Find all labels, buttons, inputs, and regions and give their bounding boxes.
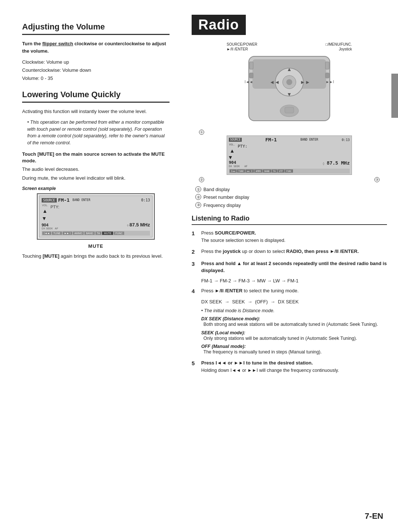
screen-tilde: ◊ — [127, 224, 129, 227]
svg-text:▼: ▼ — [287, 91, 292, 97]
step-2: 2 Press the joystick up or down to selec… — [192, 248, 387, 256]
screen-band-name: FM-1 — [58, 197, 70, 203]
diagram-top-labels: SOURCE/POWER □/MENU/FUNC. — [227, 42, 352, 46]
screen-station-num: 904 — [42, 223, 48, 227]
circle-marker-1: ① — [199, 130, 204, 135]
page-number: 7-EN — [365, 511, 383, 521]
blink-note: During mute, the volume level indicator … — [22, 175, 170, 182]
off-manual-mode: OFF (Manual mode): The frequency is manu… — [201, 344, 387, 356]
svg-rect-14 — [325, 62, 329, 69]
radio-btn-rew: I◄◄ — [230, 169, 237, 173]
screen-clock: 0:13 — [141, 198, 150, 202]
right-column: Radio SOURCE/POWER □/MENU/FUNC. ►/II /EN… — [181, 0, 398, 532]
radio-btn-utf: UTF — [277, 169, 284, 173]
screen-vol-column: VOL. ▲ — [42, 204, 48, 214]
volume-list-item-1: Clockwise: Volume up — [22, 58, 170, 66]
screen-lower-row: ▼ — [42, 215, 150, 221]
screen-btn-ta: TA — [95, 232, 101, 235]
step-4-num: 4 — [192, 287, 198, 296]
screen-source-label: SOURCE — [42, 198, 57, 202]
dx-seek-title: DX SEEK (Distance mode): — [201, 316, 387, 321]
screen-btn-fwd: ►► I — [63, 232, 72, 235]
screen-seek-af: DX SEEK AF — [42, 227, 58, 230]
radio-btn-ta: TA — [272, 169, 277, 173]
radio-screen-top-row: SOURCE FM-1 BAND ENTER 0:13 — [229, 137, 350, 142]
step-5: 5 Press I◄◄ or ►►I to tune in the desire… — [192, 359, 387, 374]
screen-station-left: 904 DX SEEK AF — [42, 223, 58, 230]
radio-freq-right: ◊ 87.5 MHz — [323, 160, 350, 168]
volume-list-item-3: Volume: 0 - 35 — [22, 74, 170, 82]
radio-btn-tune: TUNE — [237, 169, 245, 173]
step-1-sub: The source selection screen is displayed… — [201, 237, 387, 244]
step-4-content: Press ►/II /ENTER to select the tuning m… — [201, 287, 387, 296]
radio-tilde: ◊ — [323, 162, 325, 165]
radio-pty: PTY: — [238, 144, 248, 149]
radio-down-arrow-row: ▼ — [229, 154, 350, 160]
screen-arrow-down: ▼ — [42, 215, 47, 221]
radio-pty-area: PTY: — [238, 143, 350, 154]
screen-btn-rew: I◄◄ — [42, 232, 51, 235]
screen-mid-row: VOL. ▲ PTY: — [42, 204, 150, 214]
step-1-content: Press SOURCE/POWER. The source selection… — [201, 229, 387, 244]
screen-btn-tune: TUNE — [52, 232, 62, 235]
step-5-main: Press I◄◄ or ►►I to tune in the desired … — [201, 360, 313, 366]
adjusting-volume-section: Adjusting the Volume Turn the flipper sw… — [22, 22, 170, 82]
adjusting-volume-title: Adjusting the Volume — [22, 22, 170, 35]
arrow-seq-1: FM-1 → FM-2 → FM-3 → MW → LW → FM-1 — [201, 278, 387, 283]
svg-rect-13 — [249, 62, 253, 69]
radio-seek-af: DX SEEK AF — [229, 165, 248, 168]
svg-rect-16 — [325, 73, 329, 78]
after-mute-text: Touching [MUTE] again brings the audio b… — [22, 253, 170, 260]
circle-1: ① — [195, 186, 201, 192]
arrow-seq-2: DX SEEK → SEEK → (OFF) → DX SEEK — [201, 299, 387, 304]
radio-vol-label: VOL. — [229, 143, 235, 146]
listen-steps: 1 Press SOURCE/POWER. The source selecti… — [192, 229, 387, 374]
screen-arrow-up: ▲ — [42, 208, 48, 214]
radio-clock: 0:13 — [342, 138, 350, 142]
radio-freq-value: 87.5 MHz — [327, 160, 350, 166]
label-joystick: Joystick — [339, 47, 352, 51]
adjusting-volume-intro: Turn the flipper switch clockwise or cou… — [22, 40, 170, 54]
radio-vol-col: VOL. ▲ — [229, 143, 235, 154]
radio-down-arrow: ▼ — [229, 154, 232, 160]
radio-btn-band: BAND — [263, 169, 271, 173]
radio-source-box: SOURCE — [229, 138, 242, 142]
svg-rect-15 — [249, 73, 253, 78]
screen-example-box: SOURCE FM-1 BAND ENTER 0:13 VOL. ▲ PTY: — [37, 193, 155, 240]
step-3-content: Press and hold ▲ for at least 2 seconds … — [201, 260, 387, 274]
compatibility-note: This operation can be performed from eit… — [27, 119, 170, 147]
step-2-content: Press the joystick up or down to select … — [201, 248, 387, 256]
radio-station-num: 904 — [229, 160, 236, 165]
svg-point-4 — [286, 79, 292, 85]
svg-text:►►: ►► — [300, 79, 310, 85]
screen-freq-right: ◊ 87.5 MHz — [127, 222, 150, 228]
step-1-main: Press SOURCE/POWER. — [201, 230, 256, 236]
step-2-num: 2 — [192, 248, 198, 256]
diagram-second-labels: ►/II /ENTER Joystick — [227, 47, 352, 51]
mute-label: MUTE — [22, 243, 170, 249]
marker-1-position: ① — [199, 130, 387, 135]
step-2-main: Press the joystick up or down to select … — [201, 249, 359, 254]
screen-btn-band: BAND — [84, 232, 94, 235]
step-4: 4 Press ►/II /ENTER to select the tuning… — [192, 287, 387, 296]
step-1-num: 1 — [192, 229, 198, 244]
step-3-main: Press and hold ▲ for at least 2 seconds … — [201, 261, 387, 274]
device-diagram-container: SOURCE/POWER □/MENU/FUNC. ►/II /ENTER Jo… — [227, 42, 352, 127]
lowering-volume-intro: Activating this function will instantly … — [22, 108, 170, 115]
volume-list-item-2: Counterclockwise: Volume down — [22, 66, 170, 74]
circle-marker-3: ③ — [374, 177, 380, 182]
markers-2-3-row: ② ③ — [199, 177, 380, 182]
step-4-main: Press ►/II /ENTER to select the tuning m… — [201, 288, 298, 293]
screen-inner: SOURCE FM-1 BAND ENTER 0:13 VOL. ▲ PTY: — [39, 195, 153, 237]
label-enter: ►/II /ENTER — [227, 47, 248, 51]
seek-local-title: SEEK (Local mode): — [201, 330, 387, 335]
screen-example-label: Screen example — [22, 186, 170, 191]
radio-btn-fwd: ►► I — [245, 169, 254, 173]
circle-marker-2: ② — [199, 177, 204, 182]
screen-btn-ammo: AMMO — [73, 232, 84, 235]
band-display-list: ① Band display ② Preset number display ③… — [195, 186, 387, 209]
band-display-item-1: ① Band display — [195, 186, 387, 194]
screen-btn-mute: MUTE — [102, 232, 113, 235]
radio-band-name: FM-1 — [265, 137, 277, 142]
label-source-power: SOURCE/POWER — [227, 42, 257, 46]
